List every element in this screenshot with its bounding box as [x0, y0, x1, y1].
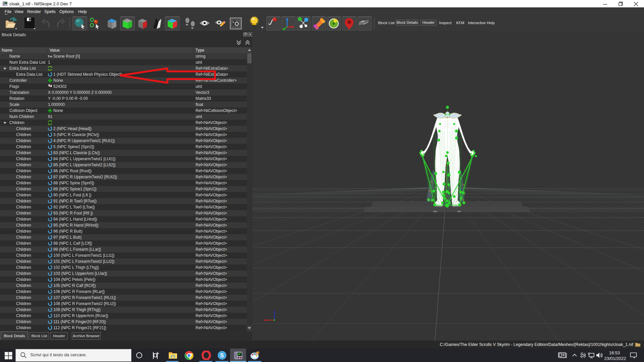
- svg-text:S: S: [220, 352, 224, 359]
